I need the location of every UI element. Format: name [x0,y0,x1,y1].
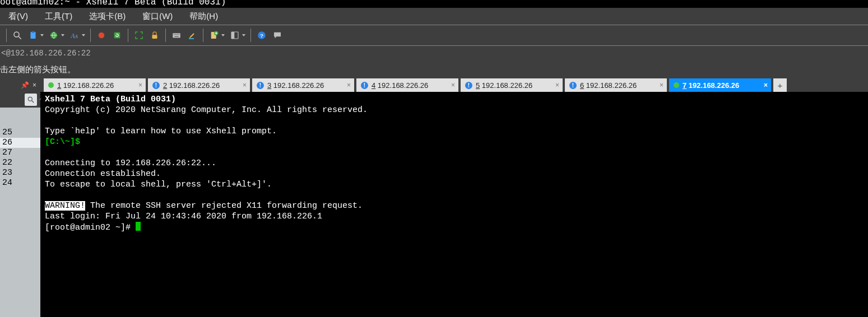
sidebar-session-item[interactable]: 24 [0,178,40,188]
dropdown-icon[interactable] [38,99,41,101]
svg-text:?: ? [260,32,263,39]
term-prompt: [root@admin02 ~]# [45,223,136,232]
alert-icon: ! [152,82,160,89]
sidebar-search-icon[interactable] [25,94,37,106]
new-tab-button[interactable]: + [773,78,787,92]
session-tab[interactable]: !3 192.168.226.26× [252,78,354,92]
status-dot-icon [674,82,679,88]
svg-rect-9 [152,35,157,39]
alert-icon: ! [465,82,472,89]
alert-icon: ! [257,82,264,89]
dropdown-icon[interactable] [82,34,85,36]
tab-label: 6 192.168.226.26 [580,81,656,90]
sidebar-session-item[interactable]: 22 [0,158,40,168]
close-icon[interactable]: × [33,81,36,89]
term-prompt: [C:\~]$ [45,137,80,147]
session-tab[interactable]: !5 192.168.226.26× [461,78,563,92]
tab-label: 4 192.168.226.26 [372,81,448,90]
svg-rect-21 [231,32,234,39]
svg-rect-11 [174,34,175,35]
session-tab[interactable]: !6 192.168.226.26× [565,78,667,92]
toolbar-separator [128,29,128,42]
lock-icon[interactable] [147,28,162,43]
session-tab[interactable]: !2 192.168.226.26× [148,78,250,92]
layout-icon[interactable] [228,28,242,43]
svg-rect-3 [32,31,35,33]
web-icon[interactable] [47,28,61,43]
menu-window[interactable]: 窗口(W) [134,11,181,22]
tab-close-icon[interactable]: × [347,81,351,89]
session-tab[interactable]: !4 192.168.226.26× [356,78,458,92]
sidebar-session-item[interactable]: 23 [0,168,40,178]
keyboard-icon[interactable] [169,28,184,43]
term-line: Connection established. [45,169,161,179]
dropdown-icon[interactable] [40,34,44,36]
tab-close-icon[interactable]: × [138,81,142,89]
term-line: Last login: Fri Jul 24 10:43:46 2020 fro… [45,212,322,221]
term-line: Type `help' to learn how to use Xshell p… [45,127,277,136]
clipboard-icon[interactable] [26,28,40,43]
toolbar: AA ? [0,25,868,46]
cursor-icon [136,222,141,231]
record-icon[interactable] [94,28,109,43]
svg-rect-13 [176,34,177,35]
svg-line-25 [32,101,34,103]
session-sidebar: 📌 × 252627222324 [0,78,40,317]
tab-strip: 1 192.168.226.26×!2 192.168.226.26×!3 19… [40,78,868,92]
svg-rect-12 [175,34,176,35]
svg-rect-2 [31,32,36,39]
new-file-icon[interactable] [207,28,221,43]
tab-close-icon[interactable]: × [555,81,559,89]
svg-rect-15 [179,34,180,35]
address-bar[interactable]: <@192.168.226.26:22 [0,46,868,60]
sidebar-session-item[interactable]: 27 [0,148,40,158]
toolbar-separator [165,29,166,42]
term-line: Connecting to 192.168.226.26:22... [45,158,216,168]
session-tab[interactable]: 7 192.168.226.26× [669,78,771,92]
svg-rect-10 [173,33,180,38]
svg-rect-16 [174,36,179,38]
svg-point-7 [99,32,105,39]
term-warning-badge: WARNING! [45,201,85,211]
tab-close-icon[interactable]: × [243,81,247,89]
svg-point-24 [28,97,32,101]
menu-tools[interactable]: 工具(T) [36,11,81,22]
menu-view[interactable]: 看(V) [0,11,36,22]
sidebar-session-item[interactable]: 26 [0,138,40,148]
dropdown-icon[interactable] [221,34,225,36]
svg-point-0 [14,32,19,37]
term-line: To escape to local shell, press 'Ctrl+Al… [45,180,272,189]
menu-bar: 看(V) 工具(T) 选项卡(B) 窗口(W) 帮助(H) [0,8,868,25]
refresh-icon[interactable] [110,28,124,43]
find-icon[interactable] [10,28,25,43]
tab-label: 7 192.168.226.26 [683,81,760,90]
tab-close-icon[interactable]: × [764,81,768,89]
tab-close-icon[interactable]: × [451,81,455,89]
chat-icon[interactable] [270,28,285,43]
pin-icon[interactable]: 📌 [21,81,29,89]
svg-line-1 [18,36,21,39]
toolbar-separator [250,29,251,42]
toolbar-separator [6,29,7,42]
terminal[interactable]: Xshell 7 Beta (Build 0031) Copyright (c)… [40,92,868,317]
font-icon[interactable]: AA [67,28,82,43]
term-line: Copyright (c) 2020 NetSarang Computer, I… [45,105,368,115]
session-tab[interactable]: 1 192.168.226.26× [44,78,146,92]
highlight-icon[interactable] [185,28,199,43]
sidebar-session-item[interactable]: 25 [0,128,40,138]
menu-tabs[interactable]: 选项卡(B) [81,11,134,22]
tab-label: 3 192.168.226.26 [267,81,344,90]
dropdown-icon[interactable] [242,34,245,36]
sidebar-controls: 📌 × [0,78,40,92]
menu-help[interactable]: 帮助(H) [181,11,226,22]
fullscreen-icon[interactable] [132,28,146,43]
alert-icon: ! [361,82,368,89]
tab-label: 2 192.168.226.26 [163,81,239,90]
tab-close-icon[interactable]: × [660,81,663,89]
toolbar-separator [90,29,91,42]
svg-rect-17 [189,38,194,39]
tab-label: 5 192.168.226.26 [476,81,552,90]
dropdown-icon[interactable] [61,34,64,36]
alert-icon: ! [569,82,577,89]
help-icon[interactable]: ? [254,28,269,43]
